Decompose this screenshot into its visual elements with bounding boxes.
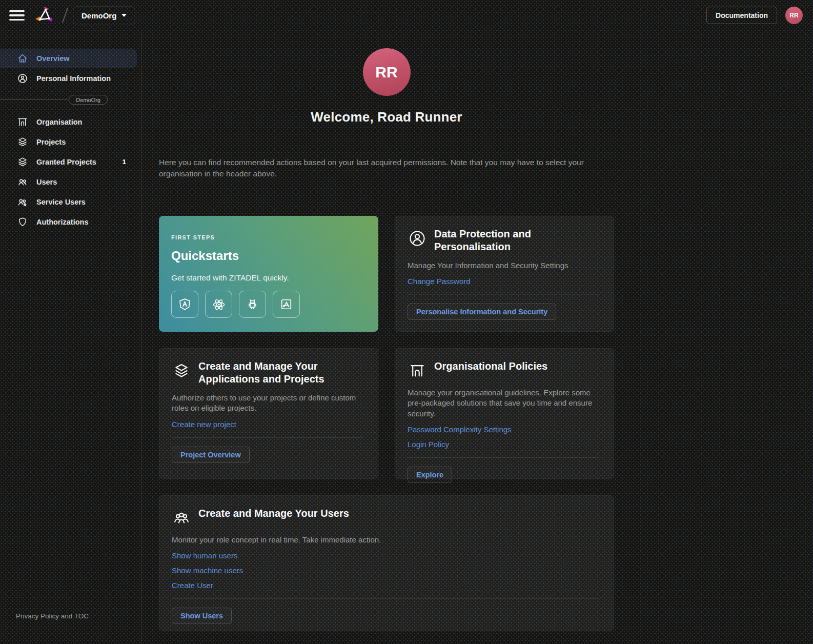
card-title: Data Protection and Personalisation bbox=[434, 228, 578, 253]
angular-quickstart-button[interactable] bbox=[171, 291, 198, 318]
org-selector-button[interactable]: DemoOrg bbox=[73, 6, 135, 25]
welcome-title: Welcome, Road Runner bbox=[159, 109, 614, 125]
person-circle-icon bbox=[408, 229, 427, 248]
sidebar-item-users[interactable]: Users bbox=[0, 173, 141, 191]
create-user-link[interactable]: Create User bbox=[172, 581, 213, 590]
sidebar-item-authorizations[interactable]: Authorizations bbox=[0, 213, 141, 231]
react-quickstart-button[interactable] bbox=[205, 291, 232, 318]
card-divider bbox=[408, 457, 599, 457]
change-password-link[interactable]: Change Password bbox=[408, 277, 471, 286]
card-title: Organisational Policies bbox=[434, 360, 547, 373]
sidebar-item-label: Service Users bbox=[36, 198, 86, 206]
sidebar-item-label: Granted Projects bbox=[36, 158, 96, 166]
card-divider bbox=[172, 437, 363, 437]
project-overview-button[interactable]: Project Overview bbox=[172, 447, 250, 463]
app-header: DemoOrg Documentation RR bbox=[0, 0, 813, 31]
policies-card: Organisational Policies Manage your orga… bbox=[395, 348, 614, 479]
sidebar-item-projects[interactable]: Projects bbox=[0, 133, 141, 151]
angular-icon bbox=[178, 297, 192, 311]
layers-icon bbox=[172, 361, 191, 380]
card-divider bbox=[408, 294, 599, 294]
arch-icon bbox=[408, 361, 427, 380]
sidebar-item-label: Authorizations bbox=[36, 218, 89, 226]
chevron-down-icon bbox=[121, 14, 127, 17]
projects-card: Create and Manage Your Applications and … bbox=[159, 348, 378, 479]
granted-projects-count-badge: 1 bbox=[122, 158, 126, 166]
sidebar-item-label: Projects bbox=[36, 138, 66, 146]
privacy-policy-link[interactable]: Privacy Policy and TOC bbox=[16, 612, 89, 620]
card-description: Manage Your Information and Security Set… bbox=[408, 260, 599, 271]
password-complexity-link[interactable]: Password Complexity Settings bbox=[408, 425, 512, 434]
android-icon bbox=[246, 297, 259, 311]
sidebar-item-overview[interactable]: Overview bbox=[0, 49, 137, 68]
shield-icon bbox=[17, 216, 28, 228]
sidebar-item-organisation[interactable]: Organisation bbox=[0, 113, 141, 131]
people-icon bbox=[17, 176, 28, 188]
documentation-button[interactable]: Documentation bbox=[706, 7, 777, 24]
explore-button[interactable]: Explore bbox=[408, 467, 452, 483]
main-content: RR Welcome, Road Runner Here you can fin… bbox=[142, 31, 813, 644]
header-avatar[interactable]: RR bbox=[785, 7, 803, 24]
quickstarts-eyebrow: FIRST STEPS bbox=[171, 234, 366, 240]
profile-avatar: RR bbox=[363, 48, 411, 96]
org-selector-label: DemoOrg bbox=[82, 11, 116, 20]
sidebar: Overview Personal Information DemoOrg Or… bbox=[0, 31, 142, 644]
org-context-divider: DemoOrg bbox=[0, 95, 141, 105]
login-policy-link[interactable]: Login Policy bbox=[408, 440, 449, 449]
personalise-information-button[interactable]: Personalise Information and Security bbox=[408, 304, 556, 320]
show-users-button[interactable]: Show Users bbox=[172, 608, 232, 624]
card-description: Monitor your role concept in real time. … bbox=[172, 535, 599, 545]
data-protection-card: Data Protection and Personalisation Mana… bbox=[395, 216, 614, 332]
card-description: Manage your organisational guidelines. E… bbox=[408, 388, 599, 419]
android-quickstart-button[interactable] bbox=[239, 291, 266, 318]
zitadel-logo-icon bbox=[32, 4, 55, 27]
quickstarts-description: Get started with ZITADEL quickly. bbox=[171, 273, 366, 283]
show-human-users-link[interactable]: Show human users bbox=[172, 551, 237, 560]
quickstarts-card: FIRST STEPS Quickstarts Get started with… bbox=[159, 216, 378, 332]
sidebar-item-service-users[interactable]: Service Users bbox=[0, 193, 141, 211]
card-description: Authorize others to use your projects or… bbox=[172, 393, 363, 414]
appstore-icon bbox=[279, 297, 293, 311]
card-title: Create and Manage Your Users bbox=[198, 507, 349, 520]
sidebar-item-label: Organisation bbox=[36, 118, 82, 126]
sidebar-item-granted-projects[interactable]: Granted Projects 1 bbox=[0, 153, 141, 171]
card-title: Create and Manage Your Applications and … bbox=[198, 360, 352, 386]
person-circle-icon bbox=[17, 73, 28, 84]
show-machine-users-link[interactable]: Show machine users bbox=[172, 566, 243, 575]
quickstarts-title: Quickstarts bbox=[171, 249, 366, 263]
header-slash-divider bbox=[62, 8, 68, 23]
appstore-quickstart-button[interactable] bbox=[273, 291, 300, 318]
react-icon bbox=[212, 297, 226, 312]
layers-icon bbox=[17, 136, 28, 148]
intro-text: Here you can find recommended actions ba… bbox=[159, 157, 584, 179]
org-context-chip: DemoOrg bbox=[69, 95, 108, 105]
hamburger-menu-icon[interactable] bbox=[9, 10, 25, 21]
sidebar-item-label: Users bbox=[36, 178, 57, 186]
home-icon bbox=[17, 53, 28, 64]
arch-icon bbox=[17, 116, 28, 128]
sidebar-item-label: Overview bbox=[36, 54, 70, 63]
people-gear-icon bbox=[17, 196, 28, 208]
people-group-icon bbox=[172, 508, 191, 528]
sidebar-item-personal-information[interactable]: Personal Information bbox=[0, 69, 141, 88]
card-divider bbox=[172, 598, 599, 598]
create-new-project-link[interactable]: Create new project bbox=[172, 420, 236, 429]
layers-icon bbox=[17, 156, 28, 168]
sidebar-item-label: Personal Information bbox=[36, 74, 111, 83]
sidebar-footer: Privacy Policy and TOC bbox=[0, 611, 141, 644]
users-card: Create and Manage Your Users Monitor you… bbox=[159, 495, 614, 631]
